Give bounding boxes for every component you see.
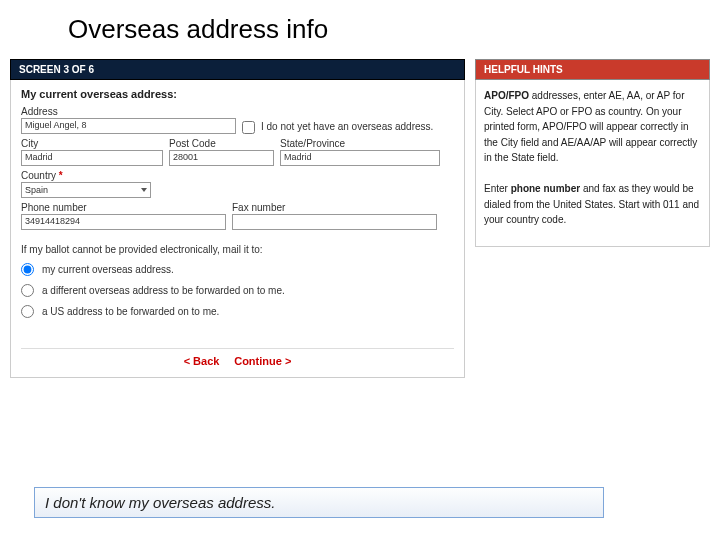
hints-body: APO/FPO addresses, enter AE, AA, or AP f… [475, 80, 710, 247]
country-label-text: Country [21, 170, 56, 181]
address-label: Address [21, 106, 236, 117]
screen-progress-bar: SCREEN 3 OF 6 [10, 59, 465, 80]
city-label: City [21, 138, 163, 149]
address-input[interactable]: Miguel Angel, 8 [21, 118, 236, 134]
mail-options-prompt: If my ballot cannot be provided electron… [21, 244, 454, 255]
postcode-label: Post Code [169, 138, 274, 149]
city-field: City Madrid [21, 138, 163, 166]
postcode-field: Post Code 28001 [169, 138, 274, 166]
hints-paragraph-2: Enter phone number and fax as they would… [484, 181, 701, 228]
postcode-input[interactable]: 28001 [169, 150, 274, 166]
mail-option-different-overseas[interactable]: a different overseas address to be forwa… [21, 284, 454, 297]
hints-p2-a: Enter [484, 183, 511, 194]
form-body: My current overseas address: Address Mig… [10, 80, 465, 378]
back-link[interactable]: < Back [184, 355, 220, 367]
state-field: State/Province Madrid [280, 138, 440, 166]
state-label: State/Province [280, 138, 440, 149]
nav-row: < Back Continue > [21, 348, 454, 367]
no-address-label: I do not yet have an overseas address. [261, 120, 433, 134]
mail-option-us-radio[interactable] [21, 305, 34, 318]
continue-link[interactable]: Continue > [234, 355, 291, 367]
fax-label: Fax number [232, 202, 437, 213]
form-heading: My current overseas address: [21, 88, 454, 100]
country-row: Country * Spain [21, 170, 454, 198]
mail-option-current-label: my current overseas address. [42, 264, 174, 275]
fax-field: Fax number [232, 202, 437, 230]
country-select[interactable]: Spain [21, 182, 151, 198]
presenter-note: I don't know my overseas address. [34, 487, 604, 518]
city-input[interactable]: Madrid [21, 150, 163, 166]
fax-input[interactable] [232, 214, 437, 230]
phone-input[interactable]: 34914418294 [21, 214, 226, 230]
mail-options-block: If my ballot cannot be provided electron… [21, 244, 454, 318]
hints-apo-fpo-bold: APO/FPO [484, 90, 529, 101]
hints-phone-bold: phone number [511, 183, 580, 194]
hints-paragraph-1: APO/FPO addresses, enter AE, AA, or AP f… [484, 88, 701, 166]
phone-fax-row: Phone number 34914418294 Fax number [21, 202, 454, 230]
address-row: Address Miguel Angel, 8 I do not yet hav… [21, 106, 454, 134]
hints-header: HELPFUL HINTS [475, 59, 710, 80]
no-address-block: I do not yet have an overseas address. [242, 108, 454, 134]
content-wrap: SCREEN 3 OF 6 My current overseas addres… [0, 59, 720, 378]
mail-option-us[interactable]: a US address to be forwarded on to me. [21, 305, 454, 318]
country-field: Country * Spain [21, 170, 151, 198]
city-post-state-row: City Madrid Post Code 28001 State/Provin… [21, 138, 454, 166]
mail-option-different-overseas-radio[interactable] [21, 284, 34, 297]
required-asterisk: * [59, 170, 63, 181]
address-field: Address Miguel Angel, 8 [21, 106, 236, 134]
slide-title: Overseas address info [0, 0, 720, 59]
mail-option-current-radio[interactable] [21, 263, 34, 276]
phone-field: Phone number 34914418294 [21, 202, 226, 230]
phone-label: Phone number [21, 202, 226, 213]
hints-column: HELPFUL HINTS APO/FPO addresses, enter A… [475, 59, 710, 378]
no-address-checkbox[interactable] [242, 121, 255, 134]
mail-option-different-overseas-label: a different overseas address to be forwa… [42, 285, 285, 296]
mail-option-current[interactable]: my current overseas address. [21, 263, 454, 276]
country-label: Country * [21, 170, 151, 181]
state-input[interactable]: Madrid [280, 150, 440, 166]
mail-option-us-label: a US address to be forwarded on to me. [42, 306, 219, 317]
form-column: SCREEN 3 OF 6 My current overseas addres… [10, 59, 465, 378]
